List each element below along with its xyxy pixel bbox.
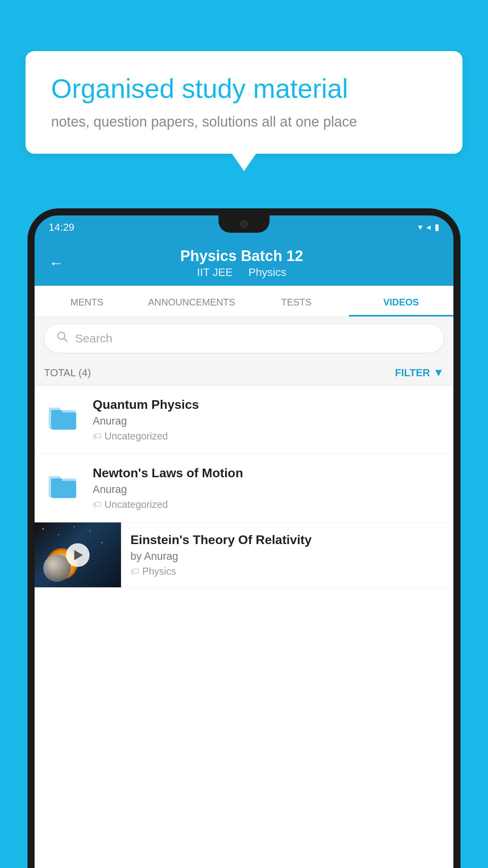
video-title: Einstein's Theory Of Relativity <box>130 533 444 547</box>
video-tag: 🏷 Uncategorized <box>93 499 444 510</box>
folder-icon <box>48 471 79 500</box>
tag-icon: 🏷 <box>93 431 101 441</box>
filter-label: FILTER <box>395 367 430 379</box>
tab-bar: MENTS ANNOUNCEMENTS TESTS VIDEOS <box>35 286 453 317</box>
phone-screen: ← Physics Batch 12 IIT JEE Physics <box>35 239 453 868</box>
total-filter-bar: TOTAL (4) FILTER ▼ <box>35 360 453 386</box>
video-tag: 🏷 Uncategorized <box>93 430 444 442</box>
video-author: Anurag <box>93 415 444 427</box>
signal-icon: ◂ <box>426 222 431 232</box>
video-author: Anurag <box>93 484 444 496</box>
video-list: Quantum Physics Anurag 🏷 Uncategorized <box>35 386 453 588</box>
battery-icon: ▮ <box>435 222 439 232</box>
list-item[interactable]: Quantum Physics Anurag 🏷 Uncategorized <box>35 386 453 454</box>
speech-bubble-section: Organised study material notes, question… <box>26 51 462 154</box>
search-icon <box>56 331 69 346</box>
header-subtitle-part1: IIT JEE <box>197 266 233 278</box>
tab-ments[interactable]: MENTS <box>35 286 139 316</box>
svg-rect-9 <box>51 478 62 482</box>
speech-bubble: Organised study material notes, question… <box>26 51 462 154</box>
tag-icon: 🏷 <box>130 566 139 577</box>
status-time: 14:29 <box>49 221 74 234</box>
tag-icon: 🏷 <box>93 500 101 510</box>
filter-icon: ▼ <box>433 366 444 379</box>
video-info: Einstein's Theory Of Relativity by Anura… <box>121 522 453 587</box>
back-button[interactable]: ← <box>49 255 64 272</box>
total-label: TOTAL (4) <box>44 367 91 379</box>
tag-label: Physics <box>142 566 176 577</box>
video-author: by Anurag <box>130 550 444 563</box>
svg-line-1 <box>64 338 67 342</box>
phone-camera <box>240 220 248 228</box>
folder-icon-container <box>44 466 83 505</box>
video-info: Quantum Physics Anurag 🏷 Uncategorized <box>93 397 444 442</box>
video-title: Quantum Physics <box>93 397 444 412</box>
phone-mockup: 14:29 ▾ ◂ ▮ ← Physics Batch 12 <box>28 208 460 868</box>
app-header: ← Physics Batch 12 IIT JEE Physics <box>35 239 453 286</box>
status-bar: 14:29 ▾ ◂ ▮ <box>35 215 453 239</box>
tab-tests[interactable]: TESTS <box>244 286 349 316</box>
header-subtitle-part2: Physics <box>248 266 286 278</box>
folder-icon-container <box>44 397 83 437</box>
phone-notch <box>218 215 270 233</box>
svg-rect-4 <box>51 412 76 430</box>
status-icons: ▾ ◂ ▮ <box>418 222 439 232</box>
search-placeholder: Search <box>75 332 112 345</box>
tag-label: Uncategorized <box>105 499 168 510</box>
header-main-title: Physics Batch 12 <box>72 248 412 265</box>
phone-outer-frame: 14:29 ▾ ◂ ▮ ← Physics Batch 12 <box>28 208 460 868</box>
bubble-subtitle: notes, question papers, solutions all at… <box>51 114 437 130</box>
svg-rect-5 <box>51 410 62 414</box>
list-item[interactable]: Newton's Laws of Motion Anurag 🏷 Uncateg… <box>35 454 453 522</box>
video-thumbnail <box>35 522 121 587</box>
video-tag: 🏷 Physics <box>130 566 444 577</box>
search-bar[interactable]: Search <box>44 324 444 353</box>
search-bar-container: Search <box>35 317 453 360</box>
play-button[interactable] <box>66 543 90 567</box>
video-title: Newton's Laws of Motion <box>93 466 444 480</box>
filter-button[interactable]: FILTER ▼ <box>395 366 444 379</box>
tab-announcements[interactable]: ANNOUNCEMENTS <box>139 286 244 316</box>
video-info: Newton's Laws of Motion Anurag 🏷 Uncateg… <box>93 466 444 510</box>
header-subtitle: IIT JEE Physics <box>72 266 412 279</box>
tag-label: Uncategorized <box>105 430 168 442</box>
bubble-title: Organised study material <box>51 73 437 105</box>
list-item[interactable]: Einstein's Theory Of Relativity by Anura… <box>35 522 453 588</box>
tab-videos[interactable]: VIDEOS <box>349 286 454 316</box>
wifi-icon: ▾ <box>418 222 422 232</box>
header-title-section: Physics Batch 12 IIT JEE Physics <box>72 248 412 279</box>
play-icon <box>74 550 83 560</box>
svg-rect-8 <box>51 481 76 498</box>
folder-icon <box>48 403 79 431</box>
